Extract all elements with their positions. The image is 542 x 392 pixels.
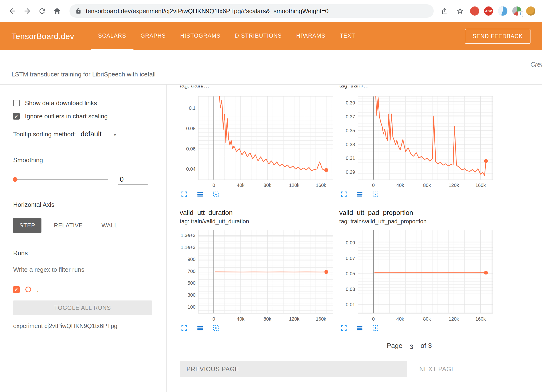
address-bar[interactable]: tensorboard.dev/experiment/cj2vtPiwQHKN9… <box>69 4 434 18</box>
divider <box>0 148 166 148</box>
expand-icon <box>181 324 188 332</box>
smoothing-value-input[interactable] <box>118 174 148 184</box>
toggle-y-axis-button[interactable] <box>196 324 204 332</box>
browser-actions: ABP 1 <box>439 6 536 16</box>
expand-chart-button[interactable] <box>180 324 188 332</box>
star-icon <box>456 7 464 15</box>
chart-tag: tag: train/valid_utt_pad_proportion <box>339 218 495 225</box>
line-chart-canvas[interactable]: 0.040.060.080.1040k80k120k160k <box>180 94 335 188</box>
run-row[interactable]: ✓ . <box>13 286 152 293</box>
brand-logo[interactable]: TensorBoard.dev <box>12 22 74 50</box>
expand-icon <box>340 324 347 332</box>
show-download-links-label: Show data download links <box>25 99 97 107</box>
horizontal-lines-icon <box>196 191 204 198</box>
horizontal-axis-buttons: STEP RELATIVE WALL <box>13 218 152 233</box>
fit-domain-button[interactable] <box>212 190 220 198</box>
runs-filter-input[interactable] <box>13 264 152 276</box>
svg-text:0: 0 <box>372 316 375 322</box>
expand-chart-button[interactable] <box>340 190 348 198</box>
tooltip-sort-select[interactable]: default ▾ <box>81 130 116 140</box>
svg-text:80k: 80k <box>264 183 271 188</box>
svg-text:700: 700 <box>188 269 196 274</box>
chevron-down-icon: ▾ <box>114 132 116 138</box>
experiment-id-caption: experiment cj2vtPiwQHKN9Q1tx6PTpg <box>13 323 152 329</box>
fit-domain-button[interactable] <box>212 324 220 332</box>
tab-histograms[interactable]: HISTOGRAMS <box>173 22 228 50</box>
fit-domain-icon <box>212 324 219 332</box>
fit-domain-button[interactable] <box>371 324 380 332</box>
expand-chart-button[interactable] <box>340 324 348 332</box>
svg-text:80k: 80k <box>423 183 431 188</box>
divider <box>0 241 166 241</box>
chart-toolbar <box>340 324 495 332</box>
chart-title: valid_utt_pad_proportion <box>339 209 495 217</box>
home-button[interactable] <box>50 4 64 18</box>
toggle-y-axis-button[interactable] <box>356 324 364 332</box>
profile-avatar-cookie-icon[interactable] <box>526 6 535 16</box>
tab-distributions[interactable]: DISTRIBUTIONS <box>228 22 289 50</box>
tab-graphs[interactable]: GRAPHS <box>133 22 173 50</box>
extension-abp-icon[interactable]: ABP <box>484 6 493 16</box>
back-button[interactable] <box>6 4 19 18</box>
ignore-outliers-row[interactable]: ✓ Ignore outliers in chart scaling <box>13 113 152 120</box>
bookmark-button[interactable] <box>455 6 465 16</box>
svg-text:120k: 120k <box>449 316 459 322</box>
chart-card-valid-utt-duration: valid_utt_duration tag: train/valid_utt_… <box>180 209 335 332</box>
pagination: Page of 3 <box>180 342 542 350</box>
reload-button[interactable] <box>35 4 49 18</box>
toggle-y-axis-button[interactable] <box>356 190 364 198</box>
axis-relative-button[interactable]: RELATIVE <box>48 218 89 233</box>
svg-text:100: 100 <box>188 304 196 310</box>
forward-icon <box>23 7 31 15</box>
chart-toolbar <box>340 190 495 198</box>
svg-text:80k: 80k <box>423 316 431 322</box>
smoothing-slider[interactable] <box>13 179 108 180</box>
svg-text:0.06: 0.06 <box>186 146 196 151</box>
settings-sidebar: Show data download links ✓ Ignore outlie… <box>0 85 167 392</box>
svg-text:0.33: 0.33 <box>346 142 355 147</box>
previous-page-button[interactable]: PREVIOUS PAGE <box>180 361 407 377</box>
tab-hparams[interactable]: HPARAMS <box>289 22 333 50</box>
next-page-button[interactable]: NEXT PAGE <box>418 365 457 373</box>
reload-icon <box>38 7 46 15</box>
expand-icon <box>181 191 188 198</box>
extension-blue-circle-icon[interactable] <box>498 6 507 16</box>
line-chart-canvas[interactable]: 0.010.030.050.070.09040k80k120k160k <box>339 228 495 322</box>
tab-text[interactable]: TEXT <box>333 22 362 50</box>
toggle-y-axis-button[interactable] <box>196 190 204 198</box>
chart-card-valid-utt-pad-proportion: valid_utt_pad_proportion tag: train/vali… <box>339 209 495 332</box>
tab-scalars[interactable]: SCALARS <box>91 22 133 50</box>
run-checkbox-icon[interactable]: ✓ <box>13 286 20 293</box>
send-feedback-button[interactable]: SEND FEEDBACK <box>465 29 530 44</box>
svg-text:0.29: 0.29 <box>346 169 355 175</box>
fit-domain-button[interactable] <box>371 190 380 198</box>
horizontal-axis-label: Horizontal Axis <box>13 201 152 208</box>
share-button[interactable] <box>439 6 450 16</box>
extension-red-circle-icon[interactable] <box>470 6 479 16</box>
svg-text:0.08: 0.08 <box>186 126 196 131</box>
chart-title: valid_utt_duration <box>180 209 335 217</box>
slider-thumb[interactable] <box>13 177 17 182</box>
fit-domain-icon <box>372 324 379 332</box>
tooltip-sorting-row: Tooltip sorting method: default ▾ <box>13 130 152 140</box>
line-chart-canvas[interactable]: 1003005007009001.1e+31.3e+3040k80k120k16… <box>180 228 335 322</box>
expand-chart-button[interactable] <box>180 190 188 198</box>
line-chart-canvas[interactable]: 0.290.310.330.350.370.39040k80k120k160k <box>339 94 495 188</box>
extension-colored-circle-icon[interactable]: 1 <box>512 6 521 16</box>
tooltip-sort-value: default <box>81 130 102 138</box>
toggle-all-runs-button[interactable]: TOGGLE ALL RUNS <box>13 300 152 315</box>
page-number-input[interactable] <box>406 343 417 351</box>
show-download-links-row[interactable]: Show data download links <box>13 99 152 107</box>
forward-button[interactable] <box>21 4 34 18</box>
charts-grid: tag: train/… 0.040.060.080.1040k80k120k1… <box>180 86 542 332</box>
svg-text:40k: 40k <box>396 316 404 322</box>
svg-text:0.35: 0.35 <box>346 128 355 133</box>
experiment-description: LSTM transducer training for LibriSpeech… <box>12 71 156 78</box>
svg-text:120k: 120k <box>289 316 300 322</box>
svg-text:0.39: 0.39 <box>346 100 355 105</box>
svg-text:0: 0 <box>372 183 375 188</box>
axis-step-button[interactable]: STEP <box>13 218 41 233</box>
axis-wall-button[interactable]: WALL <box>95 218 124 233</box>
svg-text:160k: 160k <box>316 316 326 322</box>
smoothing-row <box>13 174 152 184</box>
